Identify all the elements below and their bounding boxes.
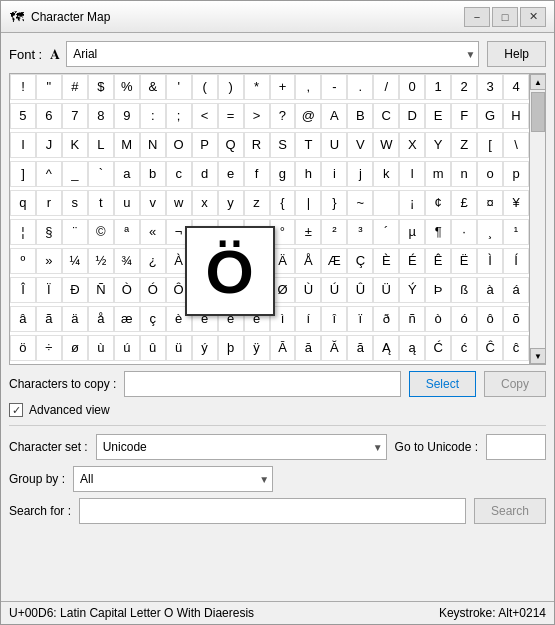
char-cell[interactable]: s — [62, 190, 88, 216]
char-cell[interactable]: K — [62, 132, 88, 158]
char-cell[interactable]: Í — [503, 248, 529, 274]
char-cell[interactable]: ñ — [399, 306, 425, 332]
char-cell[interactable]: B — [347, 103, 373, 129]
char-cell[interactable]: I — [10, 132, 36, 158]
font-select[interactable]: Arial — [66, 41, 479, 67]
char-cell[interactable]: á — [503, 277, 529, 303]
char-cell[interactable]: ĉ — [503, 335, 529, 361]
char-cell[interactable]: ½ — [88, 248, 114, 274]
char-cell[interactable]: A — [321, 103, 347, 129]
char-cell[interactable]: E — [425, 103, 451, 129]
char-cell[interactable]: * — [244, 74, 270, 100]
char-cell[interactable]: ø — [62, 335, 88, 361]
char-cell[interactable]: ß — [451, 277, 477, 303]
char-cell[interactable]: ª — [114, 219, 140, 245]
char-cell[interactable]: r — [36, 190, 62, 216]
char-cell[interactable]: ć — [451, 335, 477, 361]
char-cell[interactable]: ü — [166, 335, 192, 361]
char-cell[interactable]: ë — [244, 306, 270, 332]
char-cell[interactable]: · — [451, 219, 477, 245]
char-cell[interactable]: . — [347, 74, 373, 100]
char-cell[interactable]: v — [140, 190, 166, 216]
char-cell[interactable]: ¯ — [244, 219, 270, 245]
char-cell[interactable]: Q — [218, 132, 244, 158]
char-cell[interactable]: k — [373, 161, 399, 187]
char-cell[interactable]: Æ — [321, 248, 347, 274]
char-cell[interactable]: t — [88, 190, 114, 216]
char-cell[interactable]: a — [114, 161, 140, 187]
char-cell[interactable]: > — [244, 103, 270, 129]
char-cell[interactable]: " — [36, 74, 62, 100]
char-cell[interactable]: Ð — [62, 277, 88, 303]
char-cell[interactable]: ` — [88, 161, 114, 187]
char-cell[interactable]: Ñ — [88, 277, 114, 303]
char-cell[interactable]: 3 — [477, 74, 503, 100]
char-cell[interactable]: Ò — [114, 277, 140, 303]
char-cell[interactable]: Ë — [451, 248, 477, 274]
scroll-down-button[interactable]: ▼ — [530, 348, 546, 364]
char-cell[interactable]: ^ — [36, 161, 62, 187]
char-cell[interactable]: - — [321, 74, 347, 100]
char-cell[interactable]: S — [270, 132, 296, 158]
char-cell[interactable]: î — [321, 306, 347, 332]
char-cell[interactable]: @ — [295, 103, 321, 129]
char-cell[interactable]: ! — [10, 74, 36, 100]
char-cell[interactable]: ® — [218, 219, 244, 245]
char-cell[interactable]: Ï — [36, 277, 62, 303]
char-cell[interactable]: Ý — [399, 277, 425, 303]
char-cell[interactable]: g — [270, 161, 296, 187]
char-cell[interactable]: b — [140, 161, 166, 187]
char-cell[interactable]: Ă — [321, 335, 347, 361]
char-cell[interactable]: Z — [451, 132, 477, 158]
char-cell[interactable]: Ó — [140, 277, 166, 303]
char-cell[interactable]: Î — [10, 277, 36, 303]
char-cell[interactable]: Â — [218, 248, 244, 274]
char-cell[interactable]: ù — [88, 335, 114, 361]
goto-unicode-input[interactable] — [486, 434, 546, 460]
char-cell[interactable]: Ù — [295, 277, 321, 303]
char-cell[interactable]: C — [373, 103, 399, 129]
char-cell[interactable]: ą — [399, 335, 425, 361]
char-cell[interactable]: ÿ — [244, 335, 270, 361]
char-cell[interactable]: m — [425, 161, 451, 187]
char-cell[interactable]: T — [295, 132, 321, 158]
char-cell[interactable]: 9 — [114, 103, 140, 129]
char-cell[interactable]: = — [218, 103, 244, 129]
character-set-select[interactable]: Unicode Windows: Western DOS: Latin US I… — [96, 434, 387, 460]
char-cell[interactable] — [373, 190, 399, 216]
char-cell[interactable]: ç — [140, 306, 166, 332]
char-cell[interactable]: ì — [270, 306, 296, 332]
char-cell[interactable]: ê — [218, 306, 244, 332]
char-cell[interactable]: ¬ — [166, 219, 192, 245]
char-cell[interactable]: Ā — [270, 335, 296, 361]
char-cell[interactable]: Õ — [192, 277, 218, 303]
char-cell[interactable]: ä — [62, 306, 88, 332]
char-cell[interactable]: / — [373, 74, 399, 100]
char-cell[interactable]: i — [321, 161, 347, 187]
char-cell[interactable]: í — [295, 306, 321, 332]
char-cell[interactable]: X — [399, 132, 425, 158]
char-cell[interactable]: ¿ — [140, 248, 166, 274]
char-cell[interactable]: ­ — [192, 219, 218, 245]
help-button[interactable]: Help — [487, 41, 546, 67]
char-cell[interactable]: É — [399, 248, 425, 274]
char-cell[interactable]: Å — [295, 248, 321, 274]
char-cell[interactable]: ¡ — [399, 190, 425, 216]
char-cell[interactable]: ý — [192, 335, 218, 361]
char-cell[interactable]: Ô — [166, 277, 192, 303]
scroll-up-button[interactable]: ▲ — [530, 74, 546, 90]
char-cell[interactable]: Ü — [373, 277, 399, 303]
char-cell[interactable]: ¥ — [503, 190, 529, 216]
char-cell[interactable]: Ö — [218, 277, 244, 303]
char-cell[interactable]: G — [477, 103, 503, 129]
char-cell[interactable]: c — [166, 161, 192, 187]
char-cell[interactable]: N — [140, 132, 166, 158]
char-cell[interactable]: P — [192, 132, 218, 158]
char-cell[interactable]: F — [451, 103, 477, 129]
scrollbar-thumb[interactable] — [531, 92, 545, 132]
char-cell[interactable]: ° — [270, 219, 296, 245]
advanced-view-label[interactable]: Advanced view — [29, 403, 110, 417]
char-cell[interactable]: J — [36, 132, 62, 158]
char-cell[interactable]: å — [88, 306, 114, 332]
char-cell[interactable]: \ — [503, 132, 529, 158]
